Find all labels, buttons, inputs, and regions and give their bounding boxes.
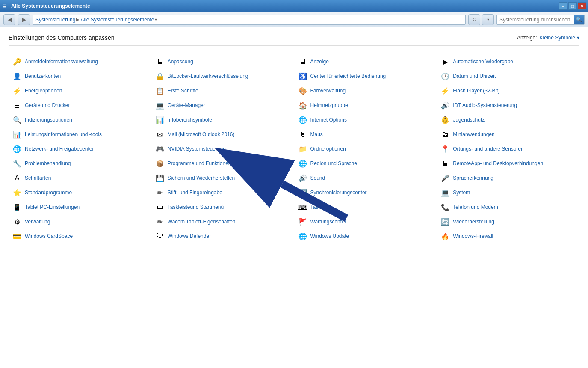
item-label: Anpassung <box>168 59 193 65</box>
control-item[interactable]: 👶Jugendschutz <box>437 113 579 127</box>
control-item[interactable]: 🖥Anpassung <box>151 54 294 69</box>
item-icon: ⚡ <box>12 86 22 96</box>
item-label: Tastatur <box>310 204 329 210</box>
control-item[interactable]: 📋Erste Schritte <box>151 83 294 98</box>
breadcrumb-item-1[interactable]: Systemsteuerung ▶ <box>35 17 80 23</box>
view-arrow: ▾ <box>577 35 579 41</box>
control-item[interactable]: 🌐Netzwerk- und Freigabecenter <box>9 142 151 156</box>
control-item[interactable]: 🔊IDT Audio-Systemsteuerung <box>437 98 579 113</box>
item-icon: 🖥 <box>298 56 308 67</box>
view-control: Anzeige: Kleine Symbole ▾ <box>517 35 579 41</box>
item-icon: ✏ <box>155 187 165 198</box>
search-box[interactable]: 🔍 <box>496 15 585 25</box>
control-item[interactable]: 🖥RemoteApp- und Desktopverbindungen <box>437 156 579 171</box>
control-item[interactable]: 💻Geräte-Manager <box>151 98 294 113</box>
control-item[interactable]: ✏Stift- und Fingereingabe <box>151 185 294 200</box>
control-item[interactable]: 📍Ortungs- und andere Sensoren <box>437 142 579 156</box>
refresh-button[interactable]: ↻ <box>468 14 480 25</box>
control-item[interactable]: ✉Mail (Microsoft Outlook 2016) <box>151 127 294 142</box>
control-item[interactable]: 🔄Synchronisierungscenter <box>294 185 437 200</box>
control-item[interactable]: ⌨Tastatur <box>294 200 437 214</box>
control-item[interactable]: 📞Telefon und Modem <box>437 200 579 214</box>
control-item[interactable]: 🔧Problembehandlung <box>9 156 151 171</box>
control-item[interactable]: 💾Sichern und Wiederherstellen <box>151 171 294 185</box>
item-label: Automatische Wiedergabe <box>453 59 513 65</box>
search-input[interactable] <box>497 15 574 24</box>
control-item[interactable]: 📱Tablet PC-Einstellungen <box>9 200 151 214</box>
control-item[interactable]: 🌐Windows Update <box>294 229 437 243</box>
control-item[interactable]: 👤Benutzerkonten <box>9 69 151 83</box>
item-icon: 🎨 <box>298 86 308 96</box>
breadcrumb-item-2[interactable]: Alle Systemsteuerungselemente ▾ <box>80 17 157 23</box>
control-item[interactable]: 🖨Geräte und Drucker <box>9 98 151 113</box>
control-item[interactable]: 🔥Windows-Firewall <box>437 229 579 243</box>
control-item[interactable]: 📁Ordneroptionen <box>294 142 437 156</box>
item-icon: 🔧 <box>12 158 22 169</box>
item-icon: 🖥 <box>440 158 450 169</box>
item-icon: 🔊 <box>298 173 308 183</box>
item-label: Ordneroptionen <box>310 146 346 152</box>
control-item[interactable]: 📦Programme und Funktionen <box>151 156 294 171</box>
item-icon: 🚩 <box>298 217 308 227</box>
close-button[interactable]: ✕ <box>578 2 586 10</box>
control-item[interactable]: 🔄Wiederherstellung <box>437 214 579 229</box>
item-icon: ⚡ <box>440 86 450 96</box>
control-item[interactable]: 🗂Minianwendungen <box>437 127 579 142</box>
control-item[interactable]: 🖱Maus <box>294 127 437 142</box>
item-icon: 🗂 <box>440 129 450 139</box>
control-item[interactable]: ▶Automatische Wiedergabe <box>437 54 579 69</box>
item-label: Jugendschutz <box>453 117 485 123</box>
control-item[interactable]: 💳Windows CardSpace <box>9 229 151 243</box>
item-label: Mail (Microsoft Outlook 2016) <box>168 131 235 137</box>
item-label: BitLocker-Laufwerkverschlüsselung <box>168 73 248 79</box>
item-label: Erste Schritte <box>168 88 198 94</box>
back-button[interactable]: ◀ <box>3 14 15 25</box>
restore-button[interactable]: □ <box>568 2 577 10</box>
control-item[interactable]: 🕐Datum und Uhrzeit <box>437 69 579 83</box>
control-item[interactable]: ASchriftarten <box>9 171 151 185</box>
item-label: Schriftarten <box>25 175 51 181</box>
view-dropdown[interactable]: Kleine Symbole ▾ <box>540 35 579 41</box>
control-item[interactable]: 🗂Taskleisteund Startmenü <box>151 200 294 214</box>
control-item[interactable]: 🌐Internet Options <box>294 113 437 127</box>
control-item[interactable]: 🔒BitLocker-Laufwerkverschlüsselung <box>151 69 294 83</box>
control-item[interactable]: 🌐Region und Sprache <box>294 156 437 171</box>
control-item[interactable]: 💻System <box>437 185 579 200</box>
item-label: Spracherkennung <box>453 175 493 181</box>
control-item[interactable]: ✏Wacom Tablett-Eigenschaften <box>151 214 294 229</box>
search-button[interactable]: 🔍 <box>574 15 584 25</box>
control-item[interactable]: ⚡Flash Player (32-Bit) <box>437 83 579 98</box>
control-item[interactable]: ♿Center für erleichterte Bedienung <box>294 69 437 83</box>
item-label: Heimnetzgruppe <box>310 102 348 108</box>
item-icon: 📊 <box>155 115 165 125</box>
control-item[interactable]: 📊Leistungsinformationen und -tools <box>9 127 151 142</box>
control-item[interactable]: 🏠Heimnetzgruppe <box>294 98 437 113</box>
control-item[interactable]: 🎨Farbverwaltung <box>294 83 437 98</box>
control-item[interactable]: 🔊Sound <box>294 171 437 185</box>
minimize-button[interactable]: – <box>559 2 567 10</box>
control-item[interactable]: 🚩Wartungscenter <box>294 214 437 229</box>
control-item[interactable]: 🛡Windows Defender <box>151 229 294 243</box>
item-label: Infobereichsymbole <box>168 117 212 123</box>
breadcrumb-label-1: Systemsteuerung <box>35 17 75 23</box>
item-label: Stift- und Fingereingabe <box>168 190 222 196</box>
control-item[interactable]: ⚡Energieoptionen <box>9 83 151 98</box>
item-label: Internet Options <box>310 117 347 123</box>
control-panel-grid: 🔑Anmeldeinformationsverwaltung🖥Anpassung… <box>9 54 579 243</box>
control-item[interactable]: 🎤Spracherkennung <box>437 171 579 185</box>
dropdown-button[interactable]: ▾ <box>482 14 494 25</box>
control-item[interactable]: 🔑Anmeldeinformationsverwaltung <box>9 54 151 69</box>
control-item[interactable]: 🎮NVIDIA Systemsteuerung <box>151 142 294 156</box>
control-item[interactable]: ⚙Verwaltung <box>9 214 151 229</box>
forward-button[interactable]: ▶ <box>18 14 30 25</box>
item-icon: 💾 <box>155 173 165 183</box>
control-item[interactable]: ⭐Standardprogramme <box>9 185 151 200</box>
item-icon: 📦 <box>155 158 165 169</box>
item-label: Wiederherstellung <box>453 219 494 225</box>
item-label: Anzeige <box>310 59 329 65</box>
control-item[interactable]: 🖥Anzeige <box>294 54 437 69</box>
item-label: Ortungs- und andere Sensoren <box>453 146 523 152</box>
control-item[interactable]: 🔍Indizierungsoptionen <box>9 113 151 127</box>
control-item[interactable]: 📊Infobereichsymbole <box>151 113 294 127</box>
item-icon: 🎮 <box>155 144 165 154</box>
